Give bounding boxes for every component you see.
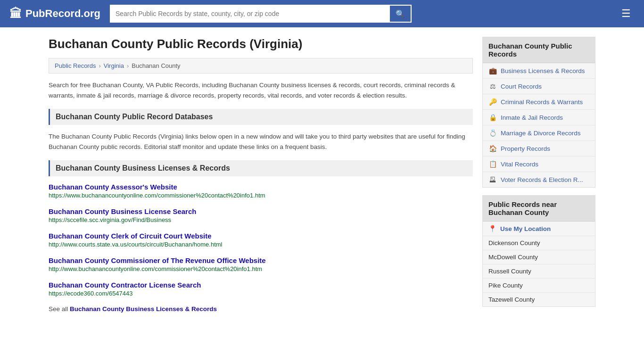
sidebar-item-voter-label: Voter Records & Election R... xyxy=(501,176,583,183)
menu-button[interactable]: ☰ xyxy=(618,6,635,22)
main-container: Buchanan County Public Records (Virginia… xyxy=(39,27,605,324)
record-link-4[interactable]: Buchanan County Contractor License Searc… xyxy=(49,281,201,289)
record-url-4[interactable]: https://ecode360.com/6547443 xyxy=(49,290,473,297)
record-entry-2: Buchanan County Clerk of Circuit Court W… xyxy=(49,232,473,248)
sidebar-item-inmate-label: Inmate & Jail Records xyxy=(501,114,563,121)
record-entry-0: Buchanan County Assessor's Website https… xyxy=(49,183,473,199)
site-header: 🏛 PubRecord.org 🔍 ☰ xyxy=(0,0,644,27)
sidebar-use-location-label: Use My Location xyxy=(500,225,551,232)
home-icon: 🏠 xyxy=(488,145,497,152)
search-icon: 🔍 xyxy=(396,9,405,18)
sidebar-item-property-label: Property Records xyxy=(501,145,550,152)
record-url-2[interactable]: http://www.courts.state.va.us/courts/cir… xyxy=(49,241,473,248)
sidebar-use-location[interactable]: 📍 Use My Location xyxy=(483,222,595,236)
breadcrumb-public-records[interactable]: Public Records xyxy=(55,62,96,69)
breadcrumb-sep-1: › xyxy=(99,62,100,69)
record-link-2[interactable]: Buchanan County Clerk of Circuit Court W… xyxy=(49,232,212,240)
sidebar: Buchanan County Public Records 💼 Busines… xyxy=(482,37,595,314)
logo-icon: 🏛 xyxy=(9,7,22,21)
see-all-text: See all Buchanan County Business License… xyxy=(49,305,473,313)
search-area: 🔍 xyxy=(110,5,412,23)
briefcase-icon: 💼 xyxy=(488,67,497,74)
location-pin-icon: 📍 xyxy=(488,225,496,232)
sidebar-item-marriage-label: Marriage & Divorce Records xyxy=(501,130,581,137)
sidebar-pike[interactable]: Pike County xyxy=(483,279,595,293)
sidebar-item-criminal[interactable]: 🔑 Criminal Records & Warrants xyxy=(483,94,595,110)
record-entry-4: Buchanan County Contractor License Searc… xyxy=(49,281,473,297)
sidebar-public-records-title: Buchanan County Public Records xyxy=(483,37,595,63)
sidebar-item-court[interactable]: ⚖ Court Records xyxy=(483,79,595,94)
sidebar-item-criminal-label: Criminal Records & Warrants xyxy=(501,99,583,106)
record-entry-3: Buchanan County Commissioner of The Reve… xyxy=(49,256,473,272)
hamburger-icon: ☰ xyxy=(621,8,631,19)
business-section-header: Buchanan County Business Licenses & Reco… xyxy=(49,160,473,176)
clipboard-icon: 📋 xyxy=(488,160,497,168)
key-icon: 🔑 xyxy=(488,98,497,106)
record-link-3[interactable]: Buchanan County Commissioner of The Reve… xyxy=(49,256,266,264)
record-url-3[interactable]: http://www.buchanancountyonline.com/comm… xyxy=(49,265,473,272)
sidebar-item-voter[interactable]: 🗳 Voter Records & Election R... xyxy=(483,172,595,187)
sidebar-russell-label: Russell County xyxy=(488,268,531,275)
ballot-icon: 🗳 xyxy=(488,176,497,183)
sidebar-item-court-label: Court Records xyxy=(501,83,542,90)
sidebar-item-property[interactable]: 🏠 Property Records xyxy=(483,141,595,156)
sidebar-item-business-label: Business Licenses & Records xyxy=(501,67,585,74)
sidebar-nearby-title: Public Records near Buchanan County xyxy=(483,196,595,222)
sidebar-russell[interactable]: Russell County xyxy=(483,264,595,279)
sidebar-item-business[interactable]: 💼 Business Licenses & Records xyxy=(483,63,595,79)
breadcrumb-sep-2: › xyxy=(127,62,129,69)
search-button[interactable]: 🔍 xyxy=(389,5,412,23)
logo-link[interactable]: 🏛 PubRecord.org xyxy=(9,7,100,21)
sidebar-item-inmate[interactable]: 🔒 Inmate & Jail Records xyxy=(483,110,595,125)
record-link-1[interactable]: Buchanan County Business License Search xyxy=(49,207,196,215)
breadcrumb-virginia[interactable]: Virginia xyxy=(104,62,124,69)
record-url-0[interactable]: https://www.buchanancountyonline.com/com… xyxy=(49,192,473,199)
sidebar-tazewell[interactable]: Tazewell County xyxy=(483,293,595,306)
sidebar-public-records-box: Buchanan County Public Records 💼 Busines… xyxy=(482,37,595,188)
record-entry-1: Buchanan County Business License Search … xyxy=(49,207,473,223)
sidebar-dickenson[interactable]: Dickenson County xyxy=(483,236,595,250)
sidebar-item-vital[interactable]: 📋 Vital Records xyxy=(483,156,595,172)
sidebar-tazewell-label: Tazewell County xyxy=(488,296,535,303)
logo-text: PubRecord.org xyxy=(25,8,100,20)
page-description: Search for free Buchanan County, VA Publ… xyxy=(49,80,473,100)
sidebar-dickenson-label: Dickenson County xyxy=(488,239,540,247)
sidebar-item-vital-label: Vital Records xyxy=(501,161,538,168)
sidebar-item-marriage[interactable]: 💍 Marriage & Divorce Records xyxy=(483,125,595,141)
page-title: Buchanan County Public Records (Virginia… xyxy=(49,37,473,51)
ring-icon: 💍 xyxy=(488,129,497,137)
breadcrumb: Public Records › Virginia › Buchanan Cou… xyxy=(49,58,473,74)
search-input[interactable] xyxy=(110,5,389,23)
databases-description: The Buchanan County Public Records (Virg… xyxy=(49,132,473,152)
breadcrumb-buchanan: Buchanan County xyxy=(132,62,180,69)
see-all-link[interactable]: Buchanan County Business Licenses & Reco… xyxy=(70,305,217,313)
record-url-1[interactable]: https://sccefile.scc.virginia.gov/Find/B… xyxy=(49,216,473,223)
record-link-0[interactable]: Buchanan County Assessor's Website xyxy=(49,183,177,191)
sidebar-nearby-box: Public Records near Buchanan County 📍 Us… xyxy=(482,195,595,307)
databases-section-header: Buchanan County Public Record Databases xyxy=(49,109,473,125)
lock-icon: 🔒 xyxy=(488,114,497,121)
scales-icon: ⚖ xyxy=(488,82,497,90)
sidebar-mcdowell[interactable]: McDowell County xyxy=(483,250,595,264)
content-area: Buchanan County Public Records (Virginia… xyxy=(49,37,473,314)
sidebar-mcdowell-label: McDowell County xyxy=(488,254,538,261)
sidebar-pike-label: Pike County xyxy=(488,282,523,289)
